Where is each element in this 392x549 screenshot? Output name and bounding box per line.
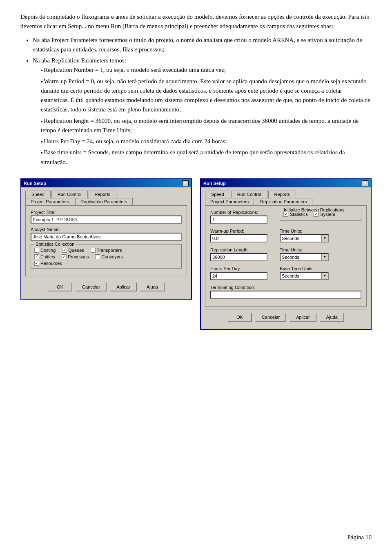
bullet-replication-params: Na aba Replication Parameters temos: Rep…	[33, 56, 372, 167]
base-time-units-arrow-icon: ▼	[321, 273, 328, 279]
conveyors-checkbox-item: Conveyors	[95, 254, 123, 259]
intro-paragraph: Depois de completado o fluxograma e ante…	[20, 12, 372, 31]
rep-length-input[interactable]	[210, 253, 267, 261]
ajuda-button-left[interactable]: Ajuda	[140, 282, 165, 291]
rep-col-right-1: Initialize Between Replications Statisti…	[280, 210, 361, 222]
dialog-right-buttons: OK Cancelar Aplicar Ajuda	[205, 309, 367, 325]
hours-per-day-input[interactable]	[210, 272, 267, 280]
stats-collection-group: Statistics Collection Costing Queues	[31, 244, 182, 269]
aplicar-button-right[interactable]: Aplicar	[290, 313, 316, 322]
close-icon-left[interactable]: ✕	[182, 180, 189, 186]
warmup-input[interactable]	[210, 234, 267, 242]
ajuda-button-right[interactable]: Ajuda	[320, 313, 344, 322]
statistics-checkbox[interactable]	[283, 212, 288, 217]
queues-label: Queues	[68, 248, 84, 253]
system-checkbox[interactable]	[314, 212, 318, 217]
sub-bullet-1: Warm-up Period = 0, ou seja, não terá pe…	[41, 77, 372, 115]
costing-checkbox-item: Costing	[34, 248, 56, 253]
tabs-top-left: Speed Run Control Reports	[25, 191, 187, 198]
rep-row-1: Number of Replications: Initialize Betwe…	[210, 210, 361, 226]
rep-col-right-3: Time Units: Seconds ▼	[280, 247, 361, 261]
ok-button-right[interactable]: OK	[227, 313, 252, 322]
checkboxes-row2: Entities Processes Conveyors	[34, 254, 178, 259]
processes-checkbox-item: Processes	[62, 254, 89, 259]
rep-row-2: Warm-up Period: Time Units: Seconds ▼	[210, 229, 361, 245]
dialog-right-body: Speed Run Control Reports Project Parame…	[201, 187, 371, 329]
costing-checkbox[interactable]	[34, 248, 39, 253]
warmup-time-units-label: Time Units:	[280, 229, 361, 233]
rep-col-left-1: Number of Replications:	[210, 210, 276, 226]
warmup-time-units-select[interactable]: Seconds ▼	[280, 234, 329, 242]
tab-run-control-left[interactable]: Run Control	[51, 191, 88, 198]
tab-replication-params-left[interactable]: Replication Parameters	[75, 198, 132, 205]
aplicar-button-left[interactable]: Aplicar	[110, 282, 137, 291]
statistics-checkbox-item: Statistics System	[283, 212, 358, 217]
rep-row-3: Replication Length: Time Units: Seconds …	[210, 247, 361, 264]
warmup-time-units-value: Seconds	[281, 236, 321, 241]
dialog-right: Run Setup ✕ Speed Run Control Reports Pr…	[200, 178, 372, 330]
rep-time-units-arrow-icon: ▼	[321, 254, 328, 260]
tab-reports-left[interactable]: Reports	[89, 191, 117, 198]
rep-time-units-select[interactable]: Seconds ▼	[280, 253, 329, 261]
bullet-project-params: Na aba Project Parameters fornecemos o t…	[33, 36, 372, 55]
dialog-right-titlebar: Run Setup ✕	[201, 179, 371, 187]
dialogs-row: Run Setup ✕ Speed Run Control Reports Pr…	[20, 178, 372, 330]
conveyors-checkbox[interactable]	[95, 254, 100, 259]
tab-reports-right[interactable]: Reports	[268, 191, 296, 198]
dialog-left-buttons: OK Cancelar Aplicar Ajuda	[25, 279, 187, 295]
queues-checkbox[interactable]	[62, 248, 67, 253]
sub-bullet-3: Hours Per Day = 24, ou seja, o modelo co…	[41, 137, 372, 146]
init-group: Initialize Between Replications Statisti…	[280, 210, 361, 221]
ok-button-left[interactable]: OK	[48, 282, 72, 291]
analyst-name-input[interactable]	[31, 233, 182, 241]
rep-time-units-value: Seconds	[281, 254, 321, 260]
rep-col-left-2: Warm-up Period:	[210, 229, 276, 245]
cancelar-button-right[interactable]: Cancelar	[255, 313, 286, 322]
tabs-sub-right: Project Parameters Replication Parameter…	[205, 198, 367, 205]
tab-project-params-right[interactable]: Project Parameters	[205, 198, 254, 205]
base-time-units-value: Seconds	[281, 273, 321, 279]
resources-checkbox-item: Resources	[34, 261, 62, 266]
rep-length-label: Replication Length:	[210, 247, 276, 252]
rep-col-left-4: Hours Per Day:	[210, 266, 276, 282]
num-rep-label: Number of Replications:	[210, 210, 276, 215]
resources-checkbox[interactable]	[34, 261, 39, 266]
titlebar-buttons-right: ✕	[362, 180, 368, 186]
tab-run-control-right[interactable]: Run Control	[231, 191, 267, 198]
tab-replication-params-right[interactable]: Replication Parameters	[255, 198, 312, 205]
terminating-condition-input[interactable]	[210, 291, 361, 299]
page-number: Página 10	[347, 534, 372, 540]
num-rep-input[interactable]	[210, 216, 267, 224]
tabs-sub-left: Project Parameters Replication Parameter…	[25, 198, 187, 205]
close-icon-right[interactable]: ✕	[362, 180, 368, 186]
dialog-left-body: Speed Run Control Reports Project Parame…	[21, 187, 191, 299]
dialog-left-panel: Project Title: Analyst Name: Statistics …	[25, 205, 187, 276]
entities-label: Entities	[40, 254, 55, 259]
queues-checkbox-item: Queues	[62, 248, 84, 253]
base-time-units-select[interactable]: Seconds ▼	[280, 272, 329, 280]
tab-project-params-left[interactable]: Project Parameters	[25, 198, 74, 205]
processes-checkbox[interactable]	[62, 254, 67, 259]
sub-list: Replication Number = 1, ou seja, o model…	[41, 65, 372, 167]
hours-per-day-label: Hours Per Day:	[210, 266, 276, 271]
entities-checkbox-item: Entities	[34, 254, 55, 259]
terminating-condition-label: Terminating Condition:	[210, 285, 361, 290]
tab-speed-right[interactable]: Speed	[205, 191, 230, 198]
transporters-checkbox[interactable]	[91, 248, 96, 253]
tab-speed-left[interactable]: Speed	[25, 191, 51, 198]
checkboxes-row1: Costing Queues Transporters	[34, 248, 178, 253]
analyst-name-label: Analyst Name:	[31, 227, 182, 232]
page-number-divider	[347, 532, 372, 532]
project-title-input[interactable]	[31, 216, 182, 224]
dialog-left: Run Setup ✕ Speed Run Control Reports Pr…	[20, 178, 192, 300]
dialog-right-panel: Number of Replications: Initialize Betwe…	[205, 205, 367, 307]
project-title-label: Project Title:	[31, 210, 182, 215]
cancelar-button-left[interactable]: Cancelar	[76, 282, 107, 291]
titlebar-buttons-left: ✕	[182, 180, 189, 186]
main-content: Depois de completado o fluxograma e ante…	[20, 12, 372, 167]
entities-checkbox[interactable]	[34, 254, 39, 259]
sub-bullet-0: Replication Number = 1, ou seja, o model…	[41, 65, 372, 75]
rep-col-right-2: Time Units: Seconds ▼	[280, 229, 361, 242]
sub-bullet-4: Base time units = Seconds, neste campo d…	[41, 148, 372, 167]
transporters-checkbox-item: Transporters	[91, 248, 122, 253]
